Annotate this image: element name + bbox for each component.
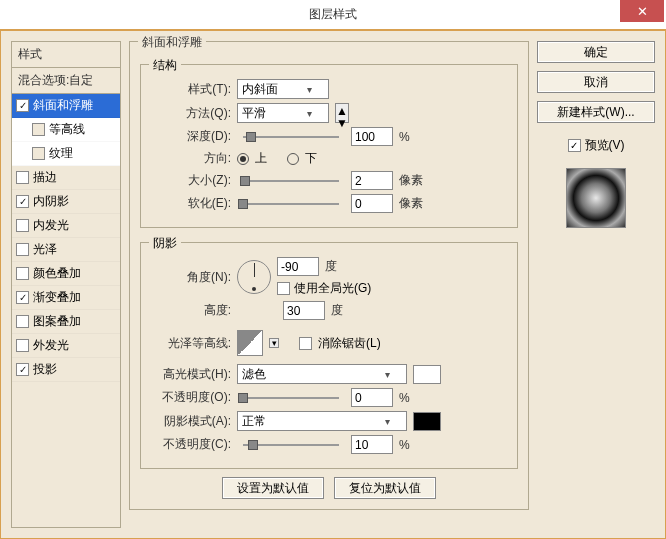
sidebar-item-label: 描边 [33, 169, 57, 186]
check-icon[interactable] [16, 219, 29, 232]
style-select[interactable]: 内斜面▾ [237, 79, 329, 99]
sidebar-item-innerglow[interactable]: 内发光 [12, 214, 120, 238]
up-label: 上 [255, 150, 267, 167]
panel-title: 斜面和浮雕 [138, 34, 206, 51]
sidebar-item-label: 图案叠加 [33, 313, 81, 330]
method-stepper[interactable]: ▲▼ [335, 103, 349, 123]
sidebar-item-label: 投影 [33, 361, 57, 378]
sidebar-item-label: 内发光 [33, 217, 69, 234]
new-style-button[interactable]: 新建样式(W)... [537, 101, 655, 123]
check-icon[interactable] [32, 147, 45, 160]
check-icon[interactable] [16, 315, 29, 328]
direction-up-radio[interactable] [237, 153, 249, 165]
set-default-button[interactable]: 设置为默认值 [222, 477, 324, 499]
chevron-down-icon: ▾ [307, 108, 312, 119]
sidebar-item-bevel[interactable]: ✓斜面和浮雕 [12, 94, 120, 118]
check-icon[interactable] [32, 123, 45, 136]
sidebar-item-patternoverlay[interactable]: 图案叠加 [12, 310, 120, 334]
chevron-down-icon: ▾ [385, 416, 390, 427]
opacity-label: 不透明度(O): [153, 389, 231, 406]
shadow-opacity-slider[interactable] [243, 440, 339, 450]
ok-button[interactable]: 确定 [537, 41, 655, 63]
angle-label: 角度(N): [153, 269, 231, 286]
highlight-color-swatch[interactable] [413, 365, 441, 384]
altitude-input[interactable]: 30 [283, 301, 325, 320]
right-column: 确定 取消 新建样式(W)... ✓ 预览(V) [537, 41, 655, 528]
preview-thumbnail [566, 168, 626, 228]
opacity2-label: 不透明度(C): [153, 436, 231, 453]
check-icon[interactable] [16, 267, 29, 280]
preview-label: 预览(V) [585, 137, 625, 154]
highlight-opacity-input[interactable]: 0 [351, 388, 393, 407]
soften-slider[interactable] [243, 199, 339, 209]
highlight-mode-label: 高光模式(H): [153, 366, 231, 383]
cancel-button[interactable]: 取消 [537, 71, 655, 93]
sidebar-item-label: 纹理 [49, 145, 73, 162]
size-slider[interactable] [243, 176, 339, 186]
depth-slider[interactable] [243, 132, 339, 142]
depth-label: 深度(D): [153, 128, 231, 145]
sidebar-item-gradientoverlay[interactable]: ✓渐变叠加 [12, 286, 120, 310]
depth-input[interactable]: 100 [351, 127, 393, 146]
antialias-checkbox[interactable] [299, 337, 312, 350]
structure-legend: 结构 [149, 57, 181, 74]
size-label: 大小(Z): [153, 172, 231, 189]
sidebar-item-contour[interactable]: 等高线 [12, 118, 120, 142]
sidebar-item-label: 内阴影 [33, 193, 69, 210]
window-title: 图层样式 [0, 6, 666, 23]
sidebar-item-satin[interactable]: 光泽 [12, 238, 120, 262]
highlight-opacity-slider[interactable] [243, 393, 339, 403]
sidebar-item-outerglow[interactable]: 外发光 [12, 334, 120, 358]
check-icon[interactable]: ✓ [16, 291, 29, 304]
check-icon[interactable] [16, 339, 29, 352]
gloss-label: 光泽等高线: [153, 335, 231, 352]
direction-down-radio[interactable] [287, 153, 299, 165]
altitude-unit: 度 [331, 302, 343, 319]
close-button[interactable]: ✕ [620, 0, 664, 22]
highlight-mode-select[interactable]: 滤色▾ [237, 364, 407, 384]
bevel-fieldset: 斜面和浮雕 结构 样式(T): 内斜面▾ 方法(Q): 平滑▾ ▲▼ 深度(D)… [129, 41, 529, 510]
method-select[interactable]: 平滑▾ [237, 103, 329, 123]
altitude-label: 高度: [153, 302, 231, 319]
sidebar-item-stroke[interactable]: 描边 [12, 166, 120, 190]
chevron-down-icon: ▾ [307, 84, 312, 95]
antialias-label: 消除锯齿(L) [318, 335, 381, 352]
sidebar-item-coloroverlay[interactable]: 颜色叠加 [12, 262, 120, 286]
soften-input[interactable]: 0 [351, 194, 393, 213]
angle-dial[interactable] [237, 260, 271, 294]
direction-label: 方向: [153, 150, 231, 167]
size-input[interactable]: 2 [351, 171, 393, 190]
reset-default-button[interactable]: 复位为默认值 [334, 477, 436, 499]
check-icon[interactable] [16, 171, 29, 184]
size-unit: 像素 [399, 172, 423, 189]
shadow-mode-label: 阴影模式(A): [153, 413, 231, 430]
check-icon[interactable]: ✓ [16, 195, 29, 208]
shading-legend: 阴影 [149, 235, 181, 252]
chevron-down-icon[interactable]: ▾ [269, 338, 279, 348]
sidebar-subheader[interactable]: 混合选项:自定 [12, 68, 120, 94]
soften-unit: 像素 [399, 195, 423, 212]
shading-group: 阴影 角度(N): -90 度 使用全局光(G) 高度: [140, 242, 518, 469]
sidebar-item-innershadow[interactable]: ✓内阴影 [12, 190, 120, 214]
sidebar-item-label: 光泽 [33, 241, 57, 258]
sidebar-item-label: 渐变叠加 [33, 289, 81, 306]
shadow-color-swatch[interactable] [413, 412, 441, 431]
sidebar-item-label: 外发光 [33, 337, 69, 354]
sidebar-item-dropshadow[interactable]: ✓投影 [12, 358, 120, 382]
global-light-checkbox[interactable] [277, 282, 290, 295]
check-icon[interactable]: ✓ [16, 99, 29, 112]
depth-unit: % [399, 130, 410, 144]
sidebar-item-label: 斜面和浮雕 [33, 97, 93, 114]
check-icon[interactable] [16, 243, 29, 256]
angle-unit: 度 [325, 258, 337, 275]
preview-checkbox[interactable]: ✓ [568, 139, 581, 152]
down-label: 下 [305, 150, 317, 167]
soften-label: 软化(E): [153, 195, 231, 212]
style-label: 样式(T): [153, 81, 231, 98]
shadow-mode-select[interactable]: 正常▾ [237, 411, 407, 431]
angle-input[interactable]: -90 [277, 257, 319, 276]
sidebar-item-texture[interactable]: 纹理 [12, 142, 120, 166]
shadow-opacity-input[interactable]: 10 [351, 435, 393, 454]
check-icon[interactable]: ✓ [16, 363, 29, 376]
gloss-contour-picker[interactable] [237, 330, 263, 356]
